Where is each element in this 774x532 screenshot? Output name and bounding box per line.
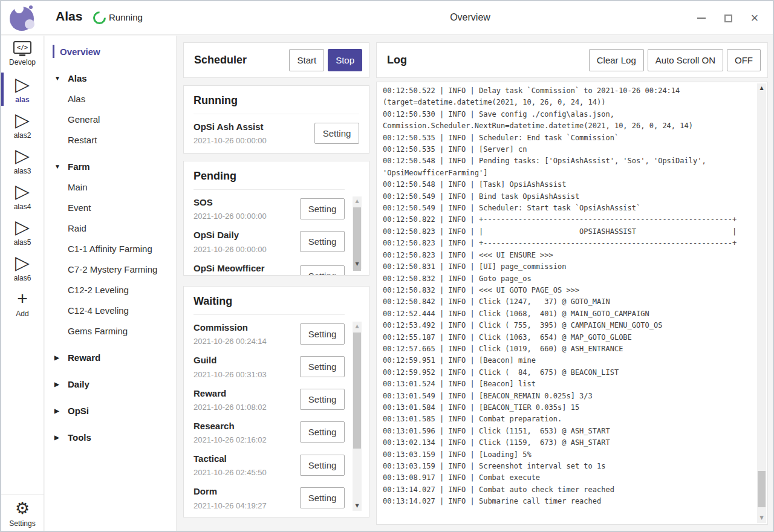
nav-item-label: C1-1 Affinity Farming: [68, 244, 152, 254]
rail-item-alas[interactable]: ▷ alas: [1, 71, 44, 107]
scrollbar-thumb[interactable]: [758, 471, 766, 507]
scheduler-card: Scheduler Start Stop: [183, 42, 369, 78]
auto-scroll-off-button[interactable]: OFF: [727, 49, 761, 71]
log-header-card: Log Clear Log Auto Scroll ON OFF: [376, 42, 768, 78]
scroll-down-icon[interactable]: ▼: [757, 513, 766, 523]
setting-button[interactable]: Setting: [300, 198, 345, 219]
nav-item-restart[interactable]: Restart: [45, 129, 176, 150]
running-spinner-icon: [91, 9, 109, 27]
nav-arrow-icon: ▶: [54, 354, 59, 361]
nav-item-opsi[interactable]: ▶ OpSi: [45, 400, 176, 421]
setting-button[interactable]: Setting: [300, 265, 345, 276]
log-line: (target=datetime.datetime(2021, 10, 26, …: [383, 97, 753, 108]
running-section: Running OpSi Ash Assist 2021-10-26 00:00…: [183, 85, 369, 154]
rail-item-alas4[interactable]: ▷ alas4: [1, 178, 44, 214]
nav-item-event[interactable]: Event: [45, 197, 176, 218]
log-panel: 00:12:50.522 | INFO | Delay task `Commis…: [376, 82, 768, 525]
scrollbar-thumb[interactable]: [353, 332, 361, 449]
titlebar: Alas Running Overview ×: [1, 1, 773, 35]
nav-item-gems-farming[interactable]: Gems Farming: [45, 320, 176, 341]
rail-icon: ▷: [15, 146, 30, 166]
nav-item-daily[interactable]: ▶ Daily: [45, 374, 176, 394]
setting-button[interactable]: Setting: [300, 389, 345, 410]
nav-item-farm[interactable]: ▼ Farm: [45, 156, 176, 177]
setting-button[interactable]: Setting: [300, 455, 345, 476]
rail-icon: ▷: [15, 218, 30, 237]
task-row-opsi-meowfficer-farming: OpSi Meowfficer Farming Setting: [194, 258, 345, 276]
log-line: 00:12:50.549 | INFO | Scheduler: Start t…: [383, 203, 753, 214]
nav-item-c7-2-mystery-farming[interactable]: C7-2 Mystery Farming: [45, 259, 176, 279]
rail-icon: +: [17, 289, 28, 308]
task-time: 2021-10-26 00:31:03: [194, 370, 295, 379]
rail-icon: ▷: [15, 253, 30, 273]
pending-scrollbar[interactable]: ▲ ▼: [353, 196, 362, 269]
log-line: 00:12:50.832 | INFO | Goto page_os: [383, 273, 753, 285]
nav-item-label: Alas: [68, 73, 87, 83]
rail-item-add[interactable]: + Add: [1, 285, 44, 321]
rail-item-settings[interactable]: ⚙ Settings: [1, 495, 44, 531]
waiting-scrollbar[interactable]: ▲ ▼: [353, 322, 362, 511]
setting-button[interactable]: Setting: [300, 421, 345, 443]
nav-item-overview[interactable]: Overview: [45, 41, 176, 62]
log-line: 00:12:50.822 | INFO | +-----------------…: [383, 214, 753, 225]
nav-item-alas[interactable]: Alas: [45, 88, 176, 109]
nav-item-c1-1-affinity-farming[interactable]: C1-1 Affinity Farming: [45, 238, 176, 259]
maximize-button[interactable]: [715, 6, 741, 30]
log-line: 00:12:52.444 | INFO | Click (1068, 401) …: [383, 308, 753, 320]
nav-item-general[interactable]: General: [45, 109, 176, 129]
scroll-down-icon[interactable]: ▼: [353, 501, 362, 511]
task-time: 2021-10-26 02:45:50: [194, 468, 295, 477]
task-name: Tactical: [194, 453, 295, 465]
setting-button[interactable]: Setting: [300, 356, 345, 377]
setting-button[interactable]: Setting: [300, 323, 345, 345]
rail-item-alas5[interactable]: ▷ alas5: [1, 214, 44, 250]
nav-item-alas[interactable]: ▼ Alas: [45, 68, 176, 88]
minimize-button[interactable]: [688, 6, 715, 30]
rail-item-alas2[interactable]: ▷ alas2: [1, 107, 44, 143]
nav-arrow-icon: ▶: [54, 381, 59, 388]
setting-button[interactable]: Setting: [300, 487, 345, 508]
auto-scroll-on-button[interactable]: Auto Scroll ON: [648, 49, 723, 71]
nav-item-reward[interactable]: ▶ Reward: [45, 347, 176, 368]
start-button[interactable]: Start: [289, 49, 324, 71]
setting-button[interactable]: Setting: [300, 231, 345, 252]
close-button[interactable]: ×: [741, 6, 768, 30]
scroll-up-icon[interactable]: ▲: [353, 322, 362, 331]
nav-item-label: C12-2 Leveling: [68, 285, 129, 295]
nav-item-label: Farm: [68, 161, 90, 172]
log-line: 00:13:01.549 | INFO | [BEACON_REMAIN 0.0…: [383, 391, 753, 402]
log-scrollbar[interactable]: ▲ ▼: [757, 83, 766, 523]
log-line: 00:12:53.492 | INFO | Click ( 755, 395) …: [383, 320, 753, 331]
log-line: 00:12:55.187 | INFO | Click (1063, 654) …: [383, 332, 753, 343]
task-row-research: Research 2021-10-26 02:16:02 Setting: [194, 416, 345, 449]
running-status: Running: [109, 12, 143, 22]
clear-log-button[interactable]: Clear Log: [589, 49, 644, 71]
task-name: Guild: [194, 354, 295, 366]
pending-section: Pending SOS 2021-10-26 00:00:00 Setting: [183, 161, 369, 276]
nav-item-c12-4-leveling[interactable]: C12-4 Leveling: [45, 300, 176, 320]
nav-item-c12-2-leveling[interactable]: C12-2 Leveling: [45, 279, 176, 300]
rail-item-alas3[interactable]: ▷ alas3: [1, 143, 44, 178]
setting-button[interactable]: Setting: [314, 123, 359, 144]
nav-item-raid[interactable]: Raid: [45, 218, 176, 238]
stop-button[interactable]: Stop: [328, 49, 362, 71]
task-name: OpSi Meowfficer Farming: [194, 262, 295, 276]
scroll-up-icon[interactable]: ▲: [353, 196, 362, 206]
task-time: 2021-10-26 02:16:02: [194, 435, 295, 444]
window-title: Overview: [177, 12, 764, 23]
nav-item-label: C12-4 Leveling: [68, 305, 129, 316]
rail-item-develop[interactable]: </> Develop: [1, 36, 44, 71]
task-row-reward: Reward 2021-10-26 01:08:02 Setting: [194, 383, 345, 416]
scroll-down-icon[interactable]: ▼: [353, 259, 362, 269]
log-line: 00:13:02.134 | INFO | Click (1159, 673) …: [383, 437, 753, 449]
log-line: 00:13:03.159 | INFO | [Loading] 5%: [383, 449, 753, 461]
rail-item-alas6[interactable]: ▷ alas6: [1, 250, 44, 285]
waiting-section: Waiting Commission 2021-10-26 00:24:14 S…: [183, 286, 369, 517]
nav-item-main[interactable]: Main: [45, 177, 176, 197]
rail-item-label: alas6: [14, 274, 31, 282]
nav-item-tools[interactable]: ▶ Tools: [45, 427, 176, 447]
scroll-up-icon[interactable]: ▲: [757, 83, 766, 93]
instance-rail: </> Develop ▷ alas ▷ alas2 ▷ alas3: [1, 36, 44, 531]
task-name: Commission: [194, 322, 295, 334]
content-area: Scheduler Start Stop Running OpSi Ash As…: [177, 36, 773, 531]
